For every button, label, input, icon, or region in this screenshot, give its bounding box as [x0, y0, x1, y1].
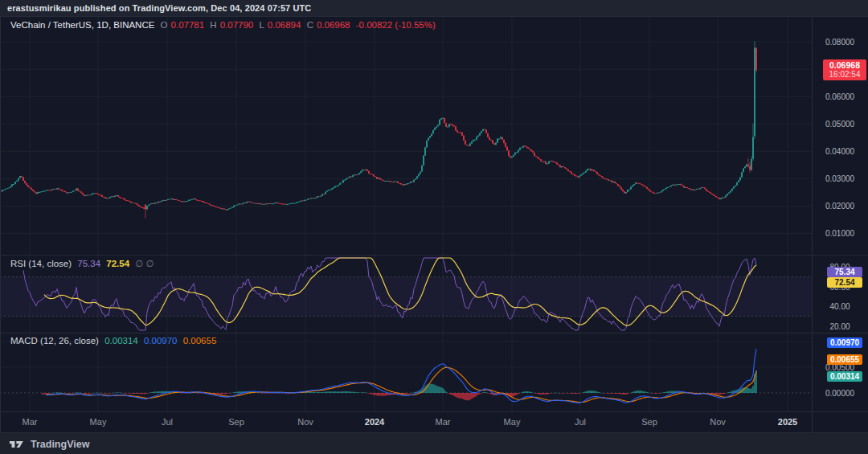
close-value: 0.06968 [317, 20, 350, 30]
time-axis-label: May [90, 417, 107, 427]
macd-value-label: 0.00655 [827, 354, 862, 365]
bar-countdown: 16:02:54 [829, 70, 861, 80]
time-axis-label: 2025 [778, 417, 797, 427]
time-axis-label: Mar [23, 417, 38, 427]
footer-bar: TradingView [0, 432, 868, 454]
low-value: 0.06894 [268, 20, 301, 30]
price-axis-label: 0.08000 [825, 38, 854, 47]
tradingview-published-chart: erastusmirikau published on TradingView.… [0, 0, 868, 454]
publish-bar: erastusmirikau published on TradingView.… [0, 0, 868, 17]
time-axis-label: May [504, 417, 521, 427]
open-value: 0.07781 [171, 20, 205, 30]
publish-text: erastusmirikau published on TradingView.… [7, 3, 311, 13]
tradingview-logo-icon[interactable] [8, 437, 26, 452]
time-axis-label: Sep [228, 417, 244, 427]
price-axis-label: 0.04000 [825, 147, 854, 156]
rsi-value: 75.34 [77, 259, 100, 268]
rsi-empty-values: ∅ ∅ [135, 259, 154, 268]
rsi-value-label: 72.54 [827, 277, 862, 288]
chart-canvas[interactable] [0, 0, 868, 454]
price-axis-label: 0.01000 [825, 229, 854, 238]
rsi-legend[interactable]: RSI (14, close) 75.34 72.54 ∅ ∅ [10, 258, 157, 269]
change-value: -0.00822 (-10.55%) [356, 20, 436, 30]
last-price-value: 0.06968 [829, 60, 860, 70]
high-label: H [210, 20, 216, 30]
macd-signal-value: 0.00655 [183, 336, 217, 346]
time-axis-label: Jul [162, 417, 173, 427]
rsi-title[interactable]: RSI (14, close) [10, 259, 72, 268]
tradingview-brand[interactable]: TradingView [31, 439, 89, 450]
close-label: C [307, 20, 313, 30]
low-label: L [259, 20, 264, 30]
macd-line-value: 0.00970 [144, 336, 178, 346]
macd-hist-value: 0.00314 [104, 336, 138, 346]
rsi-axis-label: 20.00 [829, 321, 850, 330]
price-axis-label: 0.02000 [825, 202, 854, 211]
time-axis-label: Jul [575, 417, 586, 427]
symbol-legend[interactable]: VeChain / TetherUS, 1D, BINANCE O0.07781… [10, 20, 439, 30]
macd-axis-label: 0.00000 [825, 388, 854, 397]
macd-title[interactable]: MACD (12, 26, close) [10, 336, 99, 346]
time-axis-label: Sep [641, 417, 657, 427]
time-axis-label: 2024 [365, 417, 384, 427]
macd-legend[interactable]: MACD (12, 26, close) 0.00314 0.00970 0.0… [10, 336, 219, 346]
price-axis-label: 0.05000 [825, 120, 854, 129]
time-axis-label: Mar [436, 417, 451, 427]
last-price-label: 0.0696816:02:54 [823, 59, 866, 80]
rsi-value-label: 75.34 [827, 267, 862, 277]
macd-value-label: 0.00314 [827, 371, 862, 382]
price-axis-label: 0.06000 [825, 92, 854, 101]
macd-value-label: 0.00970 [827, 337, 862, 348]
time-axis-label: Nov [297, 417, 313, 427]
rsi-ma-value: 72.54 [106, 259, 129, 268]
price-axis-label: 0.03000 [825, 174, 854, 183]
open-label: O [161, 20, 168, 30]
high-value: 0.07790 [220, 20, 254, 30]
time-axis-label: Nov [710, 417, 726, 427]
symbol-title[interactable]: VeChain / TetherUS, 1D, BINANCE [10, 20, 154, 30]
rsi-axis-label: 40.00 [829, 302, 850, 311]
